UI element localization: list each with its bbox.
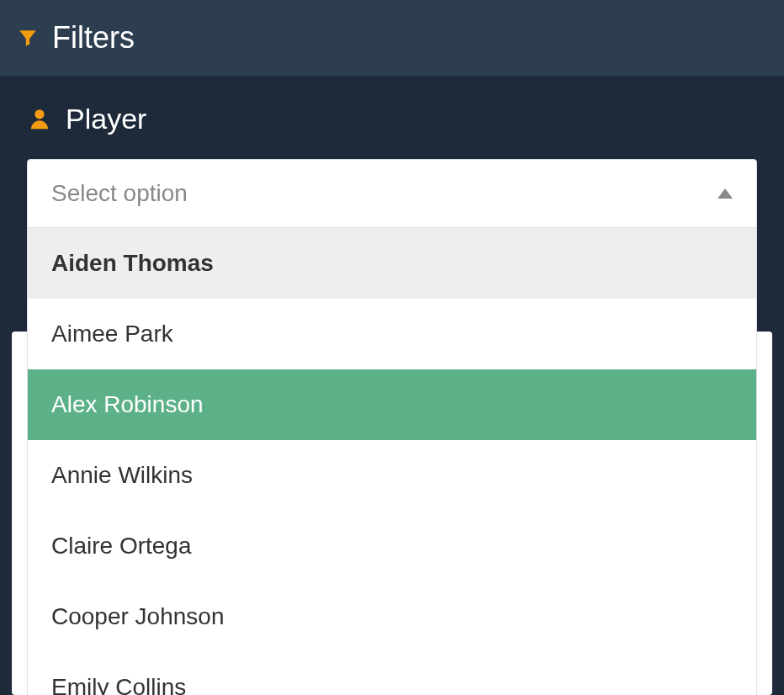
player-option[interactable]: Aiden Thomas (28, 228, 756, 299)
player-section-title: Player (66, 103, 146, 135)
player-select[interactable]: Select option (27, 159, 757, 228)
player-option-label: Aiden Thomas (51, 250, 214, 276)
player-dropdown: Select option Aiden Thomas Aimee Park Al… (27, 159, 757, 695)
player-option[interactable]: Aimee Park (28, 299, 756, 369)
chevron-up-icon (718, 188, 733, 199)
player-option-label: Cooper Johnson (51, 603, 224, 629)
player-option-label: Aimee Park (51, 321, 173, 347)
player-option[interactable]: Emily Collins (28, 652, 756, 695)
player-select-placeholder: Select option (51, 180, 188, 207)
player-options-list: Aiden Thomas Aimee Park Alex Robinson An… (27, 228, 757, 695)
svg-point-0 (34, 109, 44, 119)
player-section-header: Player (27, 103, 757, 135)
player-option-label: Alex Robinson (51, 391, 204, 417)
player-option-label: Claire Ortega (51, 533, 192, 559)
player-option[interactable]: Claire Ortega (28, 511, 756, 581)
filters-title: Filters (52, 20, 135, 56)
player-option-label: Emily Collins (51, 674, 186, 695)
person-icon (27, 107, 52, 132)
player-option[interactable]: Alex Robinson (28, 369, 756, 440)
player-option[interactable]: Annie Wilkins (28, 440, 756, 511)
player-option[interactable]: Cooper Johnson (28, 581, 756, 652)
filter-icon (17, 27, 39, 49)
player-option-label: Annie Wilkins (51, 462, 193, 488)
filters-header: Filters (0, 0, 784, 76)
content-area: Player Select option Aiden Thomas Aimee … (0, 76, 784, 695)
